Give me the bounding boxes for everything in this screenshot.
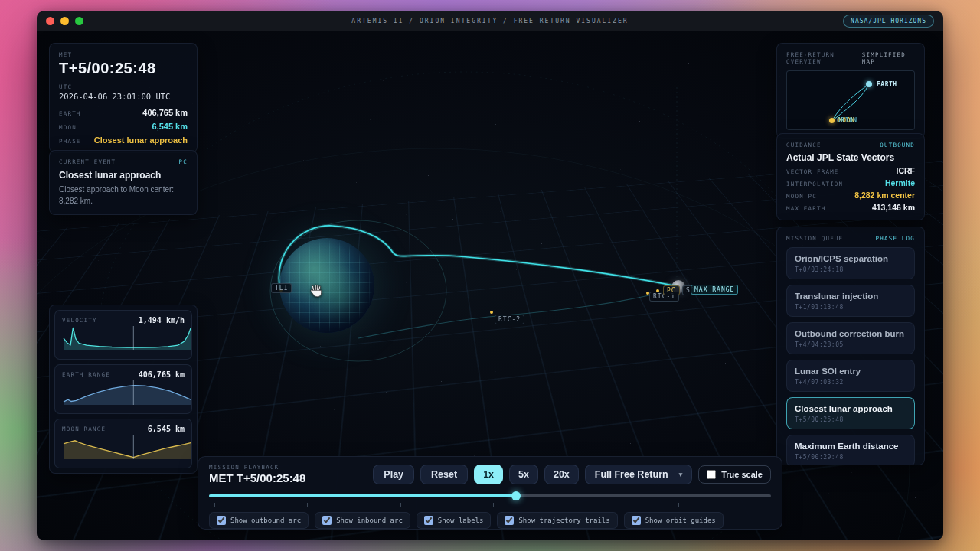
rtc2-marker-label: RTC-2 [495, 315, 524, 324]
guidance-panel: GUIDANCE OUTBOUND Actual JPL State Vecto… [776, 133, 925, 220]
free-return-overview-panel: FREE-RETURN OVERVIEW SIMPLIFIED MAP EART… [776, 43, 925, 139]
show-inbound-arc-toggle[interactable]: Show inbound arc [315, 512, 410, 529]
show-trajectory-trails-checkbox[interactable] [505, 516, 514, 525]
earth-range-value: 406,765 km [139, 370, 185, 379]
queue-item[interactable]: Outbound correction burn T+4/04:28:05 [786, 322, 915, 354]
play-button[interactable]: Play [373, 465, 414, 484]
show-labels-toggle[interactable]: Show labels [416, 512, 492, 529]
vector-frame-value: ICRF [897, 166, 916, 175]
speed-1x-button[interactable]: 1x [474, 465, 503, 484]
max-range-marker-label: MAX RANGE [691, 285, 738, 295]
queue-item-active[interactable]: Closest lunar approach T+5/00:25:48 [786, 397, 915, 429]
interpolation-value: Hermite [885, 178, 915, 187]
simplified-map: EARTH MOON ORION [786, 70, 915, 130]
overview-label: FREE-RETURN OVERVIEW [786, 51, 862, 65]
show-trajectory-trails-toggle[interactable]: Show trajectory trails [497, 512, 617, 529]
moon-distance-row: MOON 6,545 km [59, 122, 188, 131]
queue-item[interactable]: Orion/ICPS separation T+0/03:24:18 [786, 247, 915, 279]
current-event-description: Closest approach to Moon center: 8,282 k… [59, 184, 188, 207]
phase-log-badge: PHASE LOG [876, 235, 915, 242]
moon-range-sparkline [62, 433, 192, 461]
moon-distance-value: 6,545 km [152, 122, 188, 131]
velocity-value: 1,494 km/h [139, 316, 185, 324]
show-labels-checkbox[interactable] [424, 516, 433, 525]
queue-item[interactable]: Lunar SOI entry T+4/07:03:32 [786, 360, 915, 392]
velocity-card: VELOCITY 1,494 km/h [54, 310, 192, 360]
moon-range-value: 6,545 km [148, 425, 185, 433]
current-event-title: Closest lunar approach [59, 170, 188, 181]
simplified-map-badge: SIMPLIFIED MAP [862, 51, 915, 65]
window-title: ARTEMIS II / ORION INTEGRITY / FREE-RETU… [37, 18, 943, 24]
velocity-sparkline [62, 324, 192, 352]
current-event-label: CURRENT EVENT [59, 158, 116, 165]
earth-range-card: EARTH RANGE 406,765 km [54, 364, 192, 414]
speed-20x-button[interactable]: 20x [544, 465, 579, 484]
chevron-down-icon: ▾ [679, 471, 683, 478]
outbound-badge: OUTBOUND [880, 142, 915, 148]
show-orbit-guides-checkbox[interactable] [632, 516, 641, 525]
playback-label: MISSION PLAYBACK [209, 464, 305, 471]
earth-range-sparkline [62, 379, 192, 406]
timeline-fill [209, 494, 516, 497]
queue-item[interactable]: Maximum Earth distance T+5/00:29:48 [786, 435, 915, 465]
show-inbound-arc-checkbox[interactable] [322, 516, 332, 525]
earth-distance-value: 406,765 km [142, 108, 188, 117]
utc-value: 2026-04-06 23:01:00 UTC [59, 92, 188, 101]
range-select[interactable]: Full Free Return ▾ [585, 465, 692, 484]
show-outbound-arc-checkbox[interactable] [217, 516, 226, 525]
utc-label: UTC [59, 83, 188, 90]
moon-range-card: MOON RANGE 6,545 km [54, 419, 192, 468]
timeline-thumb[interactable] [511, 491, 521, 500]
true-scale-checkbox[interactable] [707, 470, 716, 479]
met-value: T+5/00:25:48 [59, 60, 188, 77]
mission-clock-panel: MET T+5/00:25:48 UTC 2026-04-06 23:01:00… [49, 43, 198, 153]
current-event-badge: PC [179, 158, 188, 165]
telemetry-panel: VELOCITY 1,494 km/h EARTH RANGE 406,765 … [49, 305, 198, 474]
mission-playback-panel: MISSION PLAYBACK MET T+5/00:25:48 Play R… [198, 456, 782, 530]
timeline-ticks [209, 503, 771, 507]
met-label: MET [59, 51, 188, 58]
app-window: TLI RTC-1 PC SOI MAX RANGE RTC-2 ARTE [37, 11, 943, 540]
guidance-title: Actual JPL State Vectors [786, 152, 915, 163]
mission-queue-label: MISSION QUEUE [786, 235, 843, 242]
pc-marker-label: PC [663, 285, 680, 295]
starfield [37, 31, 38, 32]
current-event-panel: CURRENT EVENT PC Closest lunar approach … [49, 150, 198, 215]
show-outbound-arc-toggle[interactable]: Show outbound arc [209, 512, 309, 529]
phase-value: Closest lunar approach [94, 135, 188, 145]
earth-distance-row: EARTH 406,765 km [59, 108, 188, 117]
map-earth-dot [866, 81, 872, 87]
mission-queue-panel: MISSION QUEUE PHASE LOG Orion/ICPS separ… [776, 227, 925, 465]
tli-marker-label: TLI [271, 283, 292, 293]
guidance-label: GUIDANCE [786, 142, 822, 148]
timeline-slider[interactable] [209, 491, 771, 500]
moon-pc-value: 8,282 km center [854, 191, 915, 200]
playback-met: MET T+5/00:25:48 [209, 471, 305, 484]
hand-cursor-icon [309, 284, 323, 301]
true-scale-toggle[interactable]: True scale [698, 465, 771, 484]
map-orion-label: ORION [837, 117, 858, 124]
queue-item[interactable]: Translunar injection T+1/01:13:48 [786, 285, 915, 317]
map-earth-label: EARTH [877, 81, 897, 88]
horizons-badge: NASA/JPL HORIZONS [843, 15, 934, 28]
map-moon-dot [829, 118, 835, 123]
earth-globe[interactable] [279, 238, 374, 333]
show-orbit-guides-toggle[interactable]: Show orbit guides [624, 512, 724, 529]
phase-row: PHASE Closest lunar approach [59, 135, 188, 145]
max-earth-value: 413,146 km [872, 203, 915, 212]
title-bar: ARTEMIS II / ORION INTEGRITY / FREE-RETU… [37, 11, 943, 31]
speed-5x-button[interactable]: 5x [509, 465, 538, 484]
reset-button[interactable]: Reset [420, 465, 468, 484]
